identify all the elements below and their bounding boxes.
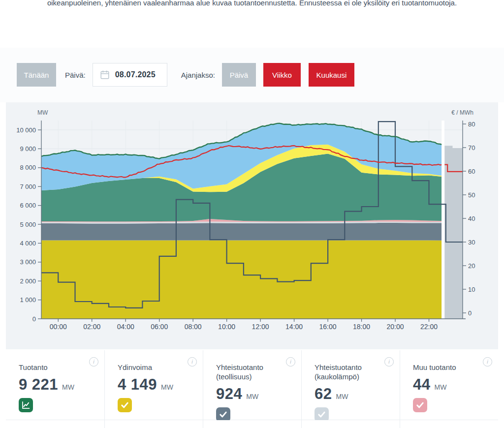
svg-text:22:00: 22:00: [420, 323, 438, 331]
card-value: 4 149: [118, 376, 157, 394]
card-yhteistuotanto-teollisuus: i Yhteistuotanto (teollisuus) 924 MW: [203, 350, 301, 420]
stat-cards: i Tuotanto 9 221 MW i Ydinvoima 4 149: [6, 350, 498, 428]
stat-card-partial: [104, 420, 203, 428]
svg-text:00:00: 00:00: [50, 323, 67, 331]
svg-text:30: 30: [468, 239, 475, 246]
check-icon[interactable]: [118, 398, 132, 412]
svg-text:3 000: 3 000: [20, 258, 36, 266]
period-week-button[interactable]: Viikko: [263, 63, 301, 87]
check-icon[interactable]: [413, 398, 427, 412]
stat-cards-row-1: i Tuotanto 9 221 MW i Ydinvoima 4 149: [6, 350, 498, 420]
card-title: Ydinvoima: [118, 363, 191, 372]
page: oikeanpuoleinen, yhtenäinen vaaleanharma…: [0, 0, 504, 428]
card-value: 44: [413, 376, 430, 394]
svg-text:04:00: 04:00: [117, 323, 134, 331]
svg-text:0: 0: [468, 309, 472, 317]
svg-text:0: 0: [32, 315, 36, 323]
svg-text:7 000: 7 000: [20, 183, 36, 190]
today-button[interactable]: Tänään: [17, 63, 56, 87]
svg-text:20: 20: [468, 262, 475, 270]
period-label: Ajanjakso:: [181, 71, 215, 79]
svg-text:10:00: 10:00: [218, 323, 235, 331]
svg-text:4 000: 4 000: [20, 240, 36, 247]
card-muu-tuotanto: i Muu tuotanto 44 MW: [400, 350, 498, 420]
card-unit: MW: [161, 383, 173, 391]
card-value: 62: [315, 385, 332, 403]
card-title: Muu tuotanto: [413, 363, 487, 372]
svg-text:02:00: 02:00: [83, 323, 100, 331]
info-icon[interactable]: i: [384, 357, 394, 367]
card-title: Yhteistuotanto (teollisuus): [216, 363, 290, 382]
card-title: Yhteistuotanto (kaukolämpö): [315, 363, 388, 382]
card-value: 9 221: [19, 376, 58, 394]
card-unit: MW: [246, 393, 258, 400]
svg-text:16:00: 16:00: [319, 323, 337, 331]
svg-text:50: 50: [468, 191, 475, 199]
svg-text:1 000: 1 000: [20, 296, 36, 304]
controls-panel: Tänään Päivä: 08.07.2025 Ajanjakso: Päiv…: [0, 48, 504, 102]
stat-card-partial: [400, 420, 498, 428]
stat-card-partial: [203, 420, 301, 428]
svg-text:14:00: 14:00: [285, 323, 303, 331]
svg-text:06:00: 06:00: [151, 323, 168, 331]
production-chart: 01 0002 0003 0004 0005 0006 0007 0008 00…: [6, 102, 498, 349]
svg-text:60: 60: [468, 168, 475, 175]
check-icon[interactable]: [315, 407, 329, 422]
info-icon[interactable]: i: [89, 357, 98, 367]
svg-text:70: 70: [468, 144, 475, 152]
card-unit: MW: [336, 393, 348, 400]
date-value: 08.07.2025: [115, 70, 156, 79]
card-title: Tuotanto: [19, 363, 93, 372]
line-chart-icon[interactable]: [19, 398, 33, 412]
svg-text:80: 80: [468, 121, 475, 128]
period-day-button[interactable]: Päivä: [222, 63, 256, 87]
card-tuotanto: i Tuotanto 9 221 MW: [6, 350, 104, 420]
info-icon[interactable]: i: [483, 357, 492, 367]
svg-text:40: 40: [468, 215, 475, 222]
svg-text:08:00: 08:00: [185, 323, 202, 331]
info-icon[interactable]: i: [188, 357, 197, 367]
svg-text:2 000: 2 000: [20, 277, 36, 285]
svg-text:10: 10: [468, 286, 475, 293]
svg-text:9 000: 9 000: [20, 145, 36, 153]
card-unit: MW: [62, 383, 74, 391]
info-icon[interactable]: i: [286, 357, 295, 367]
stat-card-partial: [6, 420, 104, 428]
card-unit: MW: [434, 383, 446, 391]
card-value: 924: [216, 385, 242, 403]
svg-text:6 000: 6 000: [20, 202, 36, 209]
production-chart-panel: MW € / MWh 01 0002 0003 0004 0005 0006 0…: [6, 102, 498, 349]
svg-text:10 000: 10 000: [16, 126, 36, 134]
date-input[interactable]: 08.07.2025: [93, 63, 167, 87]
svg-text:5 000: 5 000: [20, 221, 36, 228]
card-yhteistuotanto-kaukolampo: i Yhteistuotanto (kaukolämpö) 62 MW: [301, 350, 400, 420]
svg-text:12:00: 12:00: [252, 323, 269, 331]
card-ydinvoima: i Ydinvoima 4 149 MW: [104, 350, 203, 420]
check-icon[interactable]: [216, 407, 230, 422]
stat-cards-row-2: [6, 420, 498, 428]
period-month-button[interactable]: Kuukausi: [309, 63, 354, 87]
stat-card-partial: [301, 420, 400, 428]
svg-text:18:00: 18:00: [353, 323, 370, 331]
date-label: Päivä:: [65, 71, 86, 79]
svg-text:8 000: 8 000: [20, 164, 36, 171]
intro-text: oikeanpuoleinen, yhtenäinen vaaleanharma…: [0, 0, 504, 7]
svg-text:20:00: 20:00: [387, 323, 404, 331]
calendar-icon[interactable]: [99, 69, 110, 80]
